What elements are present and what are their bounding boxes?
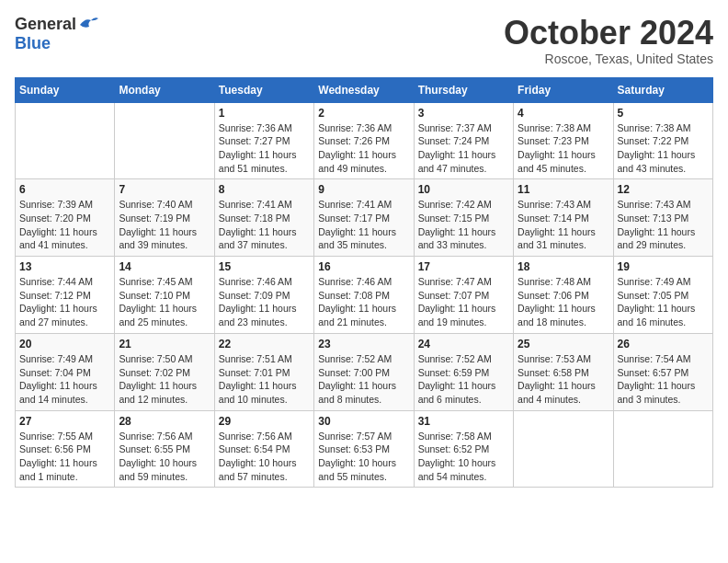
- day-detail: Sunrise: 7:41 AM Sunset: 7:17 PM Dayligh…: [318, 198, 409, 252]
- logo: General Blue: [15, 15, 98, 53]
- day-number: 17: [418, 260, 509, 273]
- calendar-cell: [613, 410, 712, 488]
- location-text: Roscoe, Texas, United States: [504, 52, 713, 66]
- day-number: 29: [219, 415, 310, 428]
- day-number: 12: [618, 183, 709, 196]
- calendar-week-row: 27Sunrise: 7:55 AM Sunset: 6:56 PM Dayli…: [16, 410, 713, 488]
- day-number: 1: [219, 107, 310, 120]
- calendar-cell: 14Sunrise: 7:45 AM Sunset: 7:10 PM Dayli…: [115, 257, 214, 334]
- calendar-cell: 21Sunrise: 7:50 AM Sunset: 7:02 PM Dayli…: [115, 333, 214, 410]
- logo-general-text: General: [15, 15, 76, 34]
- calendar-cell: 11Sunrise: 7:43 AM Sunset: 7:14 PM Dayli…: [514, 179, 613, 257]
- day-number: 11: [518, 183, 609, 196]
- weekday-header: Wednesday: [314, 77, 414, 102]
- day-number: 24: [418, 338, 509, 350]
- calendar-cell: 7Sunrise: 7:40 AM Sunset: 7:19 PM Daylig…: [115, 179, 214, 257]
- day-detail: Sunrise: 7:38 AM Sunset: 7:23 PM Dayligh…: [518, 121, 609, 176]
- day-number: 14: [119, 260, 210, 273]
- day-number: 23: [318, 338, 409, 350]
- day-detail: Sunrise: 7:50 AM Sunset: 7:02 PM Dayligh…: [119, 352, 210, 407]
- calendar-cell: 20Sunrise: 7:49 AM Sunset: 7:04 PM Dayli…: [16, 333, 115, 410]
- day-detail: Sunrise: 7:52 AM Sunset: 6:59 PM Dayligh…: [418, 352, 509, 407]
- day-number: 30: [318, 415, 409, 428]
- day-number: 5: [618, 107, 709, 120]
- day-number: 25: [518, 338, 609, 350]
- calendar-cell: 13Sunrise: 7:44 AM Sunset: 7:12 PM Dayli…: [16, 257, 115, 334]
- calendar-cell: 12Sunrise: 7:43 AM Sunset: 7:13 PM Dayli…: [613, 179, 712, 257]
- day-number: 19: [618, 260, 709, 273]
- day-number: 2: [318, 107, 409, 120]
- day-number: 9: [318, 183, 409, 196]
- calendar-cell: 18Sunrise: 7:48 AM Sunset: 7:06 PM Dayli…: [514, 257, 613, 334]
- calendar-cell: 3Sunrise: 7:37 AM Sunset: 7:24 PM Daylig…: [414, 102, 513, 179]
- calendar-cell: 23Sunrise: 7:52 AM Sunset: 7:00 PM Dayli…: [314, 333, 414, 410]
- calendar-cell: 28Sunrise: 7:56 AM Sunset: 6:55 PM Dayli…: [115, 410, 214, 488]
- day-number: 26: [618, 338, 709, 350]
- day-detail: Sunrise: 7:52 AM Sunset: 7:00 PM Dayligh…: [318, 352, 409, 407]
- day-detail: Sunrise: 7:56 AM Sunset: 6:54 PM Dayligh…: [219, 430, 310, 484]
- calendar-cell: 26Sunrise: 7:54 AM Sunset: 6:57 PM Dayli…: [613, 333, 712, 410]
- day-detail: Sunrise: 7:41 AM Sunset: 7:18 PM Dayligh…: [219, 198, 310, 252]
- day-detail: Sunrise: 7:36 AM Sunset: 7:26 PM Dayligh…: [318, 121, 409, 176]
- day-number: 10: [418, 183, 509, 196]
- day-number: 15: [219, 260, 310, 273]
- title-block: October 2024 Roscoe, Texas, United State…: [504, 15, 713, 66]
- calendar-cell: 4Sunrise: 7:38 AM Sunset: 7:23 PM Daylig…: [514, 102, 613, 179]
- calendar-cell: 5Sunrise: 7:38 AM Sunset: 7:22 PM Daylig…: [613, 102, 712, 179]
- day-number: 20: [19, 338, 110, 350]
- day-detail: Sunrise: 7:54 AM Sunset: 6:57 PM Dayligh…: [618, 352, 709, 407]
- calendar-cell: [514, 410, 613, 488]
- calendar-cell: 6Sunrise: 7:39 AM Sunset: 7:20 PM Daylig…: [16, 179, 115, 257]
- day-detail: Sunrise: 7:47 AM Sunset: 7:07 PM Dayligh…: [418, 275, 509, 329]
- day-detail: Sunrise: 7:39 AM Sunset: 7:20 PM Dayligh…: [19, 198, 110, 252]
- weekday-header: Friday: [514, 77, 613, 102]
- day-number: 7: [119, 183, 210, 196]
- calendar-week-row: 6Sunrise: 7:39 AM Sunset: 7:20 PM Daylig…: [16, 179, 713, 257]
- calendar-cell: 9Sunrise: 7:41 AM Sunset: 7:17 PM Daylig…: [314, 179, 414, 257]
- calendar-cell: 2Sunrise: 7:36 AM Sunset: 7:26 PM Daylig…: [314, 102, 414, 179]
- calendar-cell: 10Sunrise: 7:42 AM Sunset: 7:15 PM Dayli…: [414, 179, 513, 257]
- calendar-cell: 30Sunrise: 7:57 AM Sunset: 6:53 PM Dayli…: [314, 410, 414, 488]
- day-number: 3: [418, 107, 509, 120]
- calendar-cell: 27Sunrise: 7:55 AM Sunset: 6:56 PM Dayli…: [16, 410, 115, 488]
- day-number: 18: [518, 260, 609, 273]
- day-number: 21: [119, 338, 210, 350]
- page-header: General Blue October 2024 Roscoe, Texas,…: [15, 15, 713, 66]
- day-detail: Sunrise: 7:49 AM Sunset: 7:05 PM Dayligh…: [618, 275, 709, 329]
- day-detail: Sunrise: 7:40 AM Sunset: 7:19 PM Dayligh…: [119, 198, 210, 252]
- calendar-cell: 8Sunrise: 7:41 AM Sunset: 7:18 PM Daylig…: [214, 179, 313, 257]
- logo-bird-icon: [78, 16, 98, 32]
- day-detail: Sunrise: 7:58 AM Sunset: 6:52 PM Dayligh…: [418, 430, 509, 484]
- calendar-week-row: 1Sunrise: 7:36 AM Sunset: 7:27 PM Daylig…: [16, 102, 713, 179]
- day-detail: Sunrise: 7:53 AM Sunset: 6:58 PM Dayligh…: [518, 352, 609, 407]
- month-title: October 2024: [504, 15, 713, 52]
- day-detail: Sunrise: 7:57 AM Sunset: 6:53 PM Dayligh…: [318, 430, 409, 484]
- day-number: 27: [19, 415, 110, 428]
- day-detail: Sunrise: 7:36 AM Sunset: 7:27 PM Dayligh…: [219, 121, 310, 176]
- day-detail: Sunrise: 7:56 AM Sunset: 6:55 PM Dayligh…: [119, 430, 210, 484]
- weekday-header-row: SundayMondayTuesdayWednesdayThursdayFrid…: [16, 77, 713, 102]
- day-detail: Sunrise: 7:38 AM Sunset: 7:22 PM Dayligh…: [618, 121, 709, 176]
- calendar-cell: 19Sunrise: 7:49 AM Sunset: 7:05 PM Dayli…: [613, 257, 712, 334]
- day-detail: Sunrise: 7:42 AM Sunset: 7:15 PM Dayligh…: [418, 198, 509, 252]
- calendar-table: SundayMondayTuesdayWednesdayThursdayFrid…: [15, 77, 713, 488]
- day-detail: Sunrise: 7:43 AM Sunset: 7:14 PM Dayligh…: [518, 198, 609, 252]
- weekday-header: Thursday: [414, 77, 513, 102]
- weekday-header: Tuesday: [214, 77, 313, 102]
- day-detail: Sunrise: 7:51 AM Sunset: 7:01 PM Dayligh…: [219, 352, 310, 407]
- calendar-cell: 15Sunrise: 7:46 AM Sunset: 7:09 PM Dayli…: [214, 257, 313, 334]
- calendar-week-row: 20Sunrise: 7:49 AM Sunset: 7:04 PM Dayli…: [16, 333, 713, 410]
- logo-blue-text: Blue: [15, 34, 51, 52]
- day-detail: Sunrise: 7:44 AM Sunset: 7:12 PM Dayligh…: [19, 275, 110, 329]
- calendar-week-row: 13Sunrise: 7:44 AM Sunset: 7:12 PM Dayli…: [16, 257, 713, 334]
- day-number: 4: [518, 107, 609, 120]
- day-number: 22: [219, 338, 310, 350]
- weekday-header: Saturday: [613, 77, 712, 102]
- calendar-cell: 31Sunrise: 7:58 AM Sunset: 6:52 PM Dayli…: [414, 410, 513, 488]
- day-detail: Sunrise: 7:48 AM Sunset: 7:06 PM Dayligh…: [518, 275, 609, 329]
- calendar-cell: [16, 102, 115, 179]
- day-number: 28: [119, 415, 210, 428]
- calendar-cell: 16Sunrise: 7:46 AM Sunset: 7:08 PM Dayli…: [314, 257, 414, 334]
- day-number: 16: [318, 260, 409, 273]
- day-number: 8: [219, 183, 310, 196]
